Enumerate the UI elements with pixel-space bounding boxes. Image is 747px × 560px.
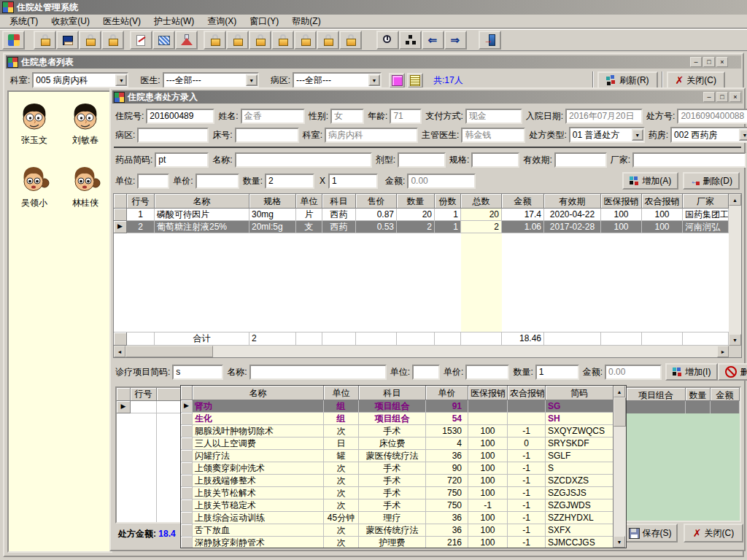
treatment-option-row[interactable]: 腮腺浅叶肿物切除术 次 手术 1530 100 -1 SXQYZWQCS <box>181 425 614 438</box>
minimize-button[interactable]: – <box>703 92 715 102</box>
app-titlebar[interactable]: 住院处管理系统 <box>0 0 747 15</box>
treatment-price-input[interactable] <box>465 365 509 380</box>
lock-button[interactable] <box>204 31 226 50</box>
note-button[interactable] <box>130 31 152 50</box>
lock-button[interactable] <box>101 31 124 50</box>
close-button[interactable]: × <box>716 57 728 67</box>
org-button[interactable] <box>399 31 422 50</box>
treatment-option-row[interactable]: 深静脉穿刺静管术 次 护理费 216 100 -1 SJMCCJGS <box>181 537 614 548</box>
patient-list-close-button[interactable]: ✗ 关闭(C) <box>667 71 725 90</box>
pharmacy-combobox[interactable]: 002 西药房 <box>670 127 747 143</box>
scroll-down-icon[interactable] <box>729 334 741 346</box>
minimize-button[interactable]: – <box>690 57 702 67</box>
drug-row[interactable]: 1 磷酸可待因片 30mg 片 西药 0.87 20 1 20 17.4 202… <box>114 209 729 221</box>
admit-date-input[interactable] <box>565 109 643 124</box>
bed-no-input[interactable] <box>235 128 299 143</box>
arrow-right-button[interactable] <box>444 31 467 50</box>
drug-name-input[interactable] <box>235 152 372 168</box>
treatment-option-row[interactable]: 三人以上空调费 日 床位费 4 100 0 SRYSKDF <box>181 438 614 450</box>
times-input[interactable] <box>328 174 378 189</box>
delete-drug-button[interactable]: 删除(D) <box>683 172 740 190</box>
patient-item[interactable]: 刘敏春 <box>62 101 109 163</box>
save-button[interactable]: 保存(S) <box>622 524 678 542</box>
scroll-left-icon[interactable] <box>114 346 125 357</box>
admission-no-input[interactable] <box>146 109 214 124</box>
rx-type-combobox[interactable]: 01 普通处方 <box>569 127 645 143</box>
arrow-left-button[interactable] <box>422 31 444 50</box>
医生站(V)-button[interactable]: 医生站(V) <box>96 14 147 29</box>
treatment-qty-input[interactable] <box>535 365 579 380</box>
launch-button[interactable] <box>2 31 25 50</box>
rx-close-button[interactable]: ✗ 关闭(C) <box>684 524 743 542</box>
quantity-input[interactable] <box>265 174 314 189</box>
treatment-option-row[interactable]: 闪罐疗法 罐 蒙医传统疗法 36 100 -1 SGLF <box>181 450 614 462</box>
rx-titlebar[interactable]: 住院患者处方录入 – □ × <box>112 90 743 104</box>
lock-button[interactable] <box>339 31 362 50</box>
patient-item[interactable]: 张玉文 <box>11 101 58 163</box>
treatment-option-row[interactable]: ▶ 肾功 组 项目组合 91 SG <box>181 400 614 413</box>
scroll-right-icon[interactable] <box>717 346 729 357</box>
maximize-button[interactable]: □ <box>716 92 728 102</box>
drug-row[interactable]: ▶ 2 葡萄糖注射液25% 20ml:5g 支 西药 0.53 2 1 2 1.… <box>114 221 729 233</box>
price-input[interactable] <box>196 174 239 189</box>
clock-button[interactable] <box>376 31 399 50</box>
窗口(Y)-button[interactable]: 窗口(Y) <box>243 14 285 29</box>
treatment-option-row[interactable]: 上肢关节稳定术 次 手术 750 -1 -1 SZGJWDS <box>181 499 614 512</box>
add-treatment-button[interactable]: 增加(I) <box>665 363 718 381</box>
add-drug-button[interactable]: 增加(A) <box>622 172 678 190</box>
treatment-option-row[interactable]: 上肢综合运动训练 45分钟 理疗 36 100 -1 SZZHYDXL <box>181 512 614 524</box>
lock-button[interactable] <box>249 31 271 50</box>
refresh-button[interactable]: 刷新(R) <box>597 71 658 90</box>
patient-item[interactable]: 吴领小 <box>11 163 58 226</box>
lock-button[interactable] <box>79 31 101 50</box>
treatment-option-row[interactable]: 生化 组 项目组合 54 SH <box>181 413 614 425</box>
flask-button[interactable] <box>175 31 198 50</box>
收款室(U)-button[interactable]: 收款室(U) <box>44 14 96 29</box>
drug-code-input[interactable] <box>155 152 209 168</box>
expiry-input[interactable] <box>554 152 607 168</box>
lock-button[interactable] <box>294 31 317 50</box>
lock-button[interactable] <box>317 31 339 50</box>
treatment-amount-input[interactable] <box>605 365 662 380</box>
dept-input[interactable] <box>325 128 418 143</box>
ward-combobox[interactable]: ---全部--- <box>293 72 382 88</box>
pay-method-input[interactable] <box>465 109 522 124</box>
unit-input[interactable] <box>137 174 169 189</box>
scrollbar-thumb[interactable] <box>125 346 213 357</box>
gender-input[interactable] <box>330 109 364 124</box>
dropdown-arrow-icon[interactable] <box>115 74 127 86</box>
doctor-combobox[interactable]: ---全部--- <box>163 72 259 88</box>
scroll-down-icon[interactable] <box>614 536 625 548</box>
maximize-button[interactable]: □ <box>703 57 715 67</box>
treatment-code-input[interactable] <box>172 365 223 380</box>
scroll-up-icon[interactable] <box>614 386 625 397</box>
amount-input[interactable] <box>407 174 476 189</box>
dropdown-arrow-icon[interactable] <box>246 74 258 86</box>
scroll-up-icon[interactable] <box>729 194 741 206</box>
brush-button[interactable] <box>152 31 175 50</box>
dropdown-arrow-icon[interactable] <box>739 129 747 141</box>
book-button[interactable] <box>56 31 79 50</box>
treatment-option-row[interactable]: 舌下放血 次 蒙医传统疗法 36 100 -1 SXFX <box>181 524 614 537</box>
photo-view-button[interactable] <box>389 73 405 88</box>
treatment-option-row[interactable]: 上肢残端修整术 次 手术 720 100 -1 SZCDXZS <box>181 475 614 487</box>
dropdown-arrow-icon[interactable] <box>368 74 380 86</box>
dept-combobox[interactable]: 005 病房内科 <box>32 72 128 88</box>
rx-no-input[interactable] <box>677 109 747 124</box>
lock-button[interactable] <box>226 31 249 50</box>
list-view-button[interactable] <box>407 73 423 88</box>
drug-grid-hscrollbar[interactable] <box>114 346 729 357</box>
delete-treatment-button[interactable]: 删除(X) <box>718 363 747 381</box>
treatment-name-input[interactable] <box>249 365 387 380</box>
treatment-unit-input[interactable] <box>412 365 440 380</box>
ward-input[interactable] <box>137 128 209 143</box>
scrollbar-thumb[interactable] <box>614 397 626 427</box>
drug-grid-vscrollbar[interactable] <box>729 194 741 346</box>
patient-name-input[interactable] <box>241 109 305 124</box>
patient-list-titlebar[interactable]: 住院患者列表 – □ × <box>6 55 741 69</box>
selected-empty-row[interactable] <box>627 401 740 413</box>
帮助(Z)-button[interactable]: 帮助(Z) <box>285 14 327 29</box>
护士站(W)-button[interactable]: 护士站(W) <box>147 14 201 29</box>
treatment-option-row[interactable]: 上颌窦穿刺冲洗术 次 手术 90 100 -1 S <box>181 462 614 475</box>
查询(X)-button[interactable]: 查询(X) <box>201 14 243 29</box>
